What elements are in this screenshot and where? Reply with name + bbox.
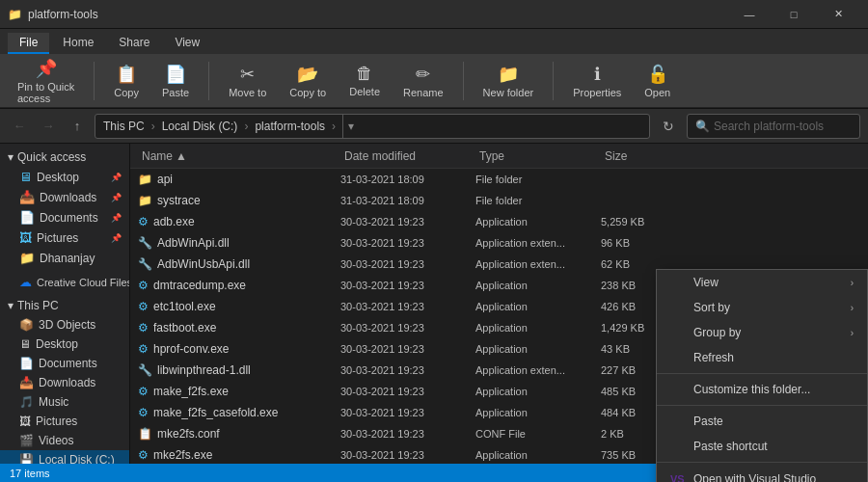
context-menu-item[interactable]: Sort by ›	[657, 295, 867, 320]
context-menu-item[interactable]: VS Open with Visual Studio	[657, 466, 867, 482]
back-button[interactable]: ←	[8, 115, 31, 138]
file-name: fastboot.exe	[153, 321, 216, 335]
file-date: 30-03-2021 19:23	[340, 428, 475, 440]
address-dropdown-arrow[interactable]: ▾	[342, 114, 358, 139]
context-menu-item[interactable]: View ›	[657, 270, 867, 295]
ctx-item-arrow: ›	[851, 303, 854, 313]
breadcrumb-platform-tools[interactable]: platform-tools	[255, 120, 325, 133]
sidebar-item-3d-objects[interactable]: 📦 3D Objects	[0, 315, 129, 335]
column-header-name[interactable]: Name ▲	[138, 149, 340, 163]
file-icon: ⚙	[138, 342, 149, 356]
column-header-type[interactable]: Type	[475, 149, 601, 163]
address-box[interactable]: This PC › Local Disk (C:) › platform-too…	[95, 114, 650, 139]
copy-to-button[interactable]: 📂 Copy to	[282, 60, 334, 102]
sidebar-item-pc-desktop[interactable]: 🖥 Desktop	[0, 335, 129, 354]
file-size: 5,259 KB	[601, 216, 678, 228]
this-pc-header[interactable]: ▾ This PC	[0, 296, 129, 315]
search-placeholder: Search platform-tools	[714, 120, 824, 133]
sidebar-item-local-disk-c[interactable]: 💾 Local Disk (C:)	[0, 450, 129, 464]
sidebar-item-downloads[interactable]: 📥 Downloads 📌	[0, 187, 129, 207]
pictures-icon: 🖼	[19, 230, 32, 245]
ribbon-separator-3	[463, 62, 464, 100]
refresh-button[interactable]: ↻	[656, 114, 681, 139]
breadcrumb-sep-3: ›	[332, 120, 336, 133]
rename-button[interactable]: ✏ Rename	[395, 60, 451, 102]
copy-button[interactable]: 📋 Copy	[106, 60, 147, 102]
file-type: Application	[475, 280, 601, 291]
file-type: Application exten...	[475, 364, 601, 376]
file-name: AdbWinUsbApi.dll	[157, 257, 250, 271]
paste-button[interactable]: 📄 Paste	[154, 60, 197, 102]
file-type: Application	[475, 343, 601, 355]
window-icon: 📁	[8, 8, 22, 21]
pc-documents-icon: 📄	[19, 357, 34, 370]
ribbon-tab-share[interactable]: Share	[107, 33, 161, 54]
ribbon-tab-view[interactable]: View	[163, 33, 211, 54]
column-header-size[interactable]: Size	[601, 149, 678, 163]
table-row[interactable]: 🔧 AdbWinApi.dll 30-03-2021 19:23 Applica…	[130, 232, 868, 254]
new-folder-icon: 📁	[498, 64, 519, 85]
dhananjay-icon: 📁	[19, 251, 35, 265]
context-menu-item[interactable]: Customize this folder...	[657, 377, 867, 402]
table-row[interactable]: 📁 systrace 31-03-2021 18:09 File folder	[130, 190, 868, 211]
breadcrumb-sep-2: ›	[244, 120, 248, 133]
ribbon-tab-file[interactable]: File	[8, 33, 49, 54]
table-row[interactable]: ⚙ adb.exe 30-03-2021 19:23 Application 5…	[130, 211, 868, 232]
move-to-button[interactable]: ✂ Move to	[221, 60, 274, 102]
sidebar-item-videos[interactable]: 🎬 Videos	[0, 431, 129, 450]
pc-downloads-icon: 📥	[19, 376, 34, 389]
address-bar-area: ← → ↑ This PC › Local Disk (C:) › platfo…	[0, 109, 868, 144]
up-button[interactable]: ↑	[66, 115, 89, 138]
sidebar-item-desktop[interactable]: 🖥 Desktop 📌	[0, 167, 129, 187]
file-name: mke2fs.conf	[157, 427, 220, 441]
sidebar-item-documents[interactable]: 📄 Documents 📌	[0, 207, 129, 228]
sidebar-item-pc-documents[interactable]: 📄 Documents	[0, 354, 129, 373]
file-date: 30-03-2021 19:23	[340, 322, 475, 334]
table-row[interactable]: 📁 api 31-03-2021 18:09 File folder	[130, 169, 868, 190]
breadcrumb-this-pc[interactable]: This PC	[103, 120, 145, 133]
sidebar-item-pc-pictures[interactable]: 🖼 Pictures	[0, 412, 129, 431]
ctx-item-label: View	[670, 276, 843, 289]
documents-icon: 📄	[19, 210, 35, 225]
sidebar-item-pc-downloads[interactable]: 📥 Downloads	[0, 373, 129, 392]
pin-to-quick-access-button[interactable]: 📌 Pin to Quickaccess	[10, 54, 82, 108]
title-text: platform-tools	[28, 8, 98, 21]
sidebar-item-pictures[interactable]: 🖼 Pictures 📌	[0, 228, 129, 248]
maximize-button[interactable]: □	[772, 0, 816, 29]
sidebar-item-dhananjay[interactable]: 📁 Dhananjay	[0, 248, 129, 268]
search-box[interactable]: 🔍 Search platform-tools	[687, 114, 860, 139]
sidebar: ▾ Quick access 🖥 Desktop 📌 📥 Downloads 📌…	[0, 144, 130, 464]
window-controls: — □ ✕	[727, 0, 860, 29]
file-date: 30-03-2021 19:23	[340, 386, 475, 397]
close-button[interactable]: ✕	[816, 0, 860, 29]
file-icon: 🔧	[138, 257, 152, 271]
desktop-icon: 🖥	[19, 170, 32, 184]
context-menu-item[interactable]: Paste shortcut	[657, 434, 867, 459]
delete-button[interactable]: 🗑 Delete	[341, 60, 388, 101]
file-date: 30-03-2021 19:23	[340, 280, 475, 291]
ribbon-tab-home[interactable]: Home	[51, 33, 105, 54]
file-date: 31-03-2021 18:09	[340, 195, 475, 206]
breadcrumb-local-disk[interactable]: Local Disk (C:)	[162, 120, 238, 133]
file-type: Application	[475, 216, 601, 228]
sidebar-item-creative-cloud[interactable]: ☁ Creative Cloud Files	[0, 272, 129, 292]
new-folder-button[interactable]: 📁 New folder	[475, 60, 542, 102]
file-date: 31-03-2021 18:09	[340, 174, 475, 185]
file-icon: ⚙	[138, 279, 149, 292]
properties-button[interactable]: ℹ Properties	[565, 60, 629, 102]
file-name: systrace	[157, 194, 201, 207]
context-menu-item[interactable]: Paste	[657, 409, 867, 434]
search-icon: 🔍	[695, 120, 710, 133]
sidebar-item-music[interactable]: 🎵 Music	[0, 392, 129, 412]
forward-button[interactable]: →	[37, 115, 60, 138]
pin-icon: 📌	[36, 58, 57, 79]
ribbon-tabs: File Home Share View	[0, 29, 868, 54]
context-menu-item[interactable]: Refresh	[657, 345, 867, 370]
minimize-button[interactable]: —	[727, 0, 772, 29]
open-button[interactable]: 🔓 Open	[637, 60, 678, 102]
context-menu-item[interactable]: Group by ›	[657, 320, 867, 345]
column-header-date[interactable]: Date modified	[340, 149, 475, 163]
file-date: 30-03-2021 19:23	[340, 216, 475, 228]
ctx-item-label: Group by	[670, 326, 843, 339]
quick-access-header[interactable]: ▾ Quick access	[0, 147, 129, 167]
